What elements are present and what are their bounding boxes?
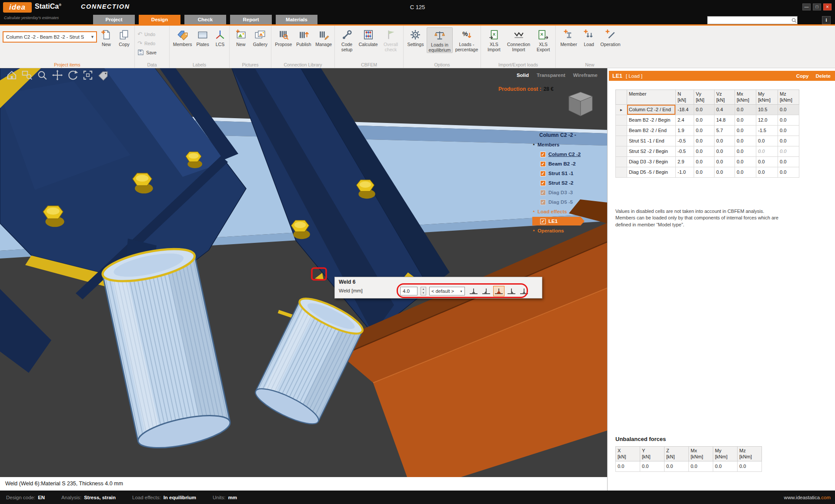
labels-lcs-button[interactable]: LCS (213, 27, 227, 47)
weld-material-dropdown[interactable]: < default > ▼ (429, 287, 465, 295)
member-cell[interactable]: Beam B2 -2 / End (627, 125, 676, 136)
spinner-down-icon[interactable]: ▼ (421, 291, 426, 295)
checkbox-checked-icon[interactable]: ✓ (540, 180, 546, 186)
project-items-combo[interactable]: Column C2 -2 - Beam B2 -2 - Strut S ▼ (3, 31, 97, 43)
publish-button[interactable]: Publish (295, 27, 313, 47)
value-cell[interactable]: 0.0 (778, 167, 799, 177)
new-project-item-button[interactable]: New (99, 27, 114, 47)
value-cell[interactable]: 14.8 (715, 115, 735, 125)
copy-project-item-button[interactable]: Copy (116, 27, 133, 47)
value-cell[interactable]: -1.5 (756, 125, 778, 136)
tree-item-strut-s2--2[interactable]: ✓Strut S2 -2 (532, 178, 607, 188)
value-cell[interactable]: -0.5 (676, 146, 694, 156)
checkbox-checked-icon[interactable]: ✓ (540, 199, 546, 205)
value-cell[interactable]: 0.0 (778, 136, 799, 146)
row-selector-cell[interactable] (616, 156, 627, 167)
new-operation-button[interactable]: Operation (599, 27, 622, 47)
delete-load-case-button[interactable]: Delete (815, 73, 831, 79)
row-selector-cell[interactable] (616, 146, 627, 156)
weld-type-butt-button[interactable] (518, 286, 530, 296)
value-cell[interactable]: 0.0 (778, 156, 799, 167)
tree-operations-header[interactable]: ▲ Operations (532, 226, 607, 235)
value-cell[interactable]: 1.9 (676, 125, 694, 136)
calculate-button[interactable]: Calculate (358, 27, 378, 47)
value-cell[interactable]: 0.0 (715, 136, 735, 146)
view-mode-wireframe[interactable]: Wireframe (573, 73, 598, 78)
tree-load-effects-header[interactable]: ▲ Load effects (532, 207, 607, 216)
labels-members-button[interactable]: Members (172, 27, 193, 47)
tree-members-header[interactable]: ▲ Members (532, 140, 607, 149)
checkbox-checked-icon[interactable]: ✓ (540, 152, 546, 157)
value-cell[interactable]: 12.0 (756, 115, 778, 125)
tab-report[interactable]: Report (230, 15, 272, 24)
loads-in-equilibrium-button[interactable]: Loads in equilibrium (427, 27, 453, 53)
value-cell[interactable]: 0.0 (756, 136, 778, 146)
value-cell[interactable]: 0.0 (735, 146, 756, 156)
checkbox-checked-icon[interactable]: ✓ (540, 161, 546, 167)
member-cell[interactable]: Diag D5 -5 / Begin (627, 167, 676, 177)
value-cell[interactable]: 0.0 (778, 104, 799, 115)
value-cell[interactable]: 0.0 (694, 115, 715, 125)
maximize-button[interactable]: □ (813, 3, 821, 10)
value-cell[interactable]: 0.0 (694, 104, 715, 115)
value-cell[interactable]: 0.0 (778, 115, 799, 125)
value-cell[interactable]: 0.0 (715, 167, 735, 177)
member-cell[interactable]: Diag D3 -3 / Begin (627, 156, 676, 167)
value-cell[interactable]: 2.4 (676, 115, 694, 125)
spinner-up-icon[interactable]: ▲ (421, 287, 426, 291)
tree-item-beam-b2--2[interactable]: ✓Beam B2 -2 (532, 159, 607, 169)
tree-item-diag-d5--5[interactable]: ✓Diag D5 -5 (532, 197, 607, 207)
row-selector-cell[interactable]: ▸ (616, 104, 627, 115)
tab-project[interactable]: Project (93, 15, 135, 24)
pan-icon[interactable] (52, 70, 63, 81)
checkbox-checked-icon[interactable]: ✓ (540, 171, 546, 176)
weld-type-fillet-left-button[interactable] (481, 286, 492, 296)
view-mode-solid[interactable]: Solid (517, 73, 529, 78)
redo-button[interactable]: ↷ Redo (137, 39, 167, 47)
code-setup-button[interactable]: Code setup (337, 27, 356, 52)
search-box[interactable] (707, 16, 798, 24)
checkbox-checked-icon[interactable]: ✓ (540, 219, 546, 224)
checkbox-checked-icon[interactable]: ✓ (540, 190, 546, 196)
value-cell[interactable]: -1.0 (676, 167, 694, 177)
copy-load-case-button[interactable]: Copy (796, 73, 809, 79)
value-cell[interactable]: 0.0 (756, 146, 778, 156)
row-selector-cell[interactable] (616, 136, 627, 146)
weld-type-fillet-right-button[interactable] (506, 286, 517, 296)
value-cell[interactable]: -0.5 (676, 136, 694, 146)
value-cell[interactable]: 0.0 (735, 136, 756, 146)
propose-button[interactable]: Propose (274, 27, 293, 47)
value-cell[interactable]: 0.0 (694, 136, 715, 146)
3d-viewport[interactable]: SolidTransparentWireframe Production cos… (0, 68, 607, 477)
weld-thickness-stepper[interactable]: ▲ ▼ (421, 287, 426, 295)
rotate-view-icon[interactable] (67, 70, 78, 81)
zoom-fit-icon[interactable] (82, 70, 94, 81)
weld-type-fillet-both-button[interactable] (493, 286, 504, 296)
value-cell[interactable]: 0.0 (715, 146, 735, 156)
row-selector-cell[interactable] (616, 167, 627, 177)
loads-percentage-button[interactable]: % Loads - percentage (454, 27, 479, 52)
label-tag-icon[interactable] (97, 70, 109, 81)
search-input[interactable] (708, 17, 791, 23)
value-cell[interactable]: 0.0 (694, 156, 715, 167)
tab-design[interactable]: Design (139, 15, 180, 24)
value-cell[interactable]: -18.4 (676, 104, 694, 115)
info-button[interactable]: i (822, 16, 831, 24)
manage-button[interactable]: Manage (314, 27, 333, 47)
tree-item-le1[interactable]: ✓ LE1 (532, 217, 584, 225)
value-cell[interactable]: 0.4 (715, 104, 735, 115)
close-button[interactable]: × (823, 3, 832, 10)
tree-item-column-c2--2[interactable]: ✓Column C2 -2 (532, 149, 607, 159)
value-cell[interactable]: 0.0 (778, 146, 799, 156)
row-selector-cell[interactable] (616, 125, 627, 136)
members-load-table[interactable]: MemberN[kN]Vy[kN]Vz[kN]Mx[kNm]My[kNm]Mz[… (615, 90, 799, 178)
new-load-button[interactable]: Load (581, 27, 597, 47)
value-cell[interactable]: 0.0 (778, 125, 799, 136)
tree-root-label[interactable]: Column C2 -2 - (532, 130, 607, 140)
value-cell[interactable]: 0.0 (735, 167, 756, 177)
value-cell[interactable]: 0.0 (735, 125, 756, 136)
tab-materials[interactable]: Materials (276, 15, 317, 24)
settings-button[interactable]: Settings (406, 27, 425, 47)
zoom-icon[interactable] (37, 70, 48, 81)
zoom-window-icon[interactable] (21, 70, 33, 81)
